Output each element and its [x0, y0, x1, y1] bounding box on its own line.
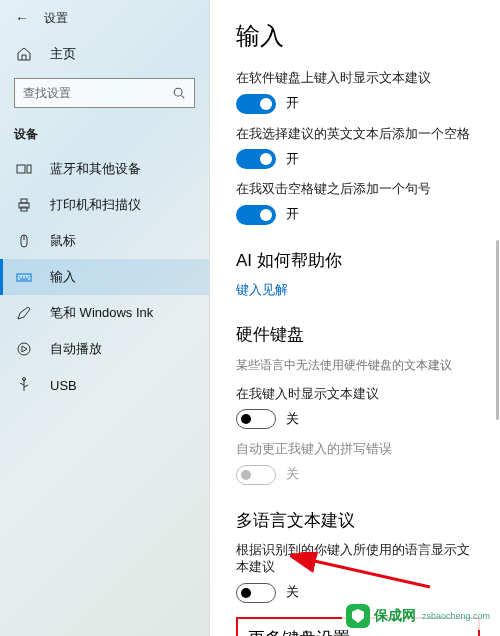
home-icon [14, 44, 34, 64]
sidebar-item-usb[interactable]: USB [0, 367, 209, 403]
search-placeholder: 查找设置 [23, 85, 172, 102]
toggle-multilingual[interactable] [236, 583, 276, 603]
sidebar-item-label: 蓝牙和其他设备 [50, 160, 141, 178]
main-content: 输入 在软件键盘上键入时显示文本建议 开 在我选择建议的英文文本后添加一个空格 … [210, 0, 500, 636]
sidebar-section-devices: 设备 [0, 120, 209, 151]
svg-rect-3 [27, 165, 31, 173]
sidebar-item-printers[interactable]: 打印机和扫描仪 [0, 187, 209, 223]
option-label: 在我双击空格键之后添加一个句号 [236, 181, 480, 199]
search-icon [172, 86, 186, 100]
scrollbar[interactable] [495, 0, 500, 636]
svg-point-15 [18, 343, 30, 355]
sidebar-home[interactable]: 主页 [0, 36, 209, 72]
autoplay-icon [14, 339, 34, 359]
sidebar-item-label: 自动播放 [50, 340, 102, 358]
watermark-logo-icon [346, 604, 370, 628]
section-ai-heading: AI 如何帮助你 [236, 249, 480, 272]
toggle-state: 关 [286, 411, 299, 428]
sidebar-item-bluetooth[interactable]: 蓝牙和其他设备 [0, 151, 209, 187]
toggle-state: 关 [286, 466, 299, 483]
back-arrow-icon[interactable]: ← [14, 10, 30, 26]
window-title: 设置 [44, 10, 68, 27]
settings-sidebar: ← 设置 主页 查找设置 设备 蓝牙和其他设备 [0, 0, 210, 636]
toggle-add-space[interactable] [236, 149, 276, 169]
toggle-state: 关 [286, 584, 299, 601]
page-title: 输入 [236, 20, 480, 52]
scroll-thumb[interactable] [496, 240, 499, 420]
typing-insights-link[interactable]: 键入见解 [236, 282, 480, 299]
svg-rect-2 [17, 165, 25, 173]
watermark-name: 保成网 [374, 607, 416, 625]
option-label: 自动更正我键入的拼写错误 [236, 441, 480, 459]
usb-icon [14, 375, 34, 395]
toggle-hw-suggestions[interactable] [236, 409, 276, 429]
sidebar-item-pen[interactable]: 笔和 Windows Ink [0, 295, 209, 331]
option-label: 在软件键盘上键入时显示文本建议 [236, 70, 480, 88]
sidebar-item-label: USB [50, 378, 77, 393]
sidebar-item-label: 鼠标 [50, 232, 76, 250]
option-label: 根据识别到的你键入所使用的语言显示文本建议 [236, 542, 480, 577]
svg-rect-5 [21, 199, 27, 203]
printer-icon [14, 195, 34, 215]
toggle-state: 开 [286, 95, 299, 112]
svg-line-1 [182, 96, 185, 99]
keyboard-icon [14, 267, 34, 287]
section-multi-heading: 多语言文本建议 [236, 509, 480, 532]
section-hw-heading: 硬件键盘 [236, 323, 480, 346]
watermark-url: zsbaocheng.com [422, 611, 490, 621]
toggle-hw-autocorrect [236, 465, 276, 485]
svg-point-0 [174, 88, 182, 96]
sidebar-item-mouse[interactable]: 鼠标 [0, 223, 209, 259]
pen-icon [14, 303, 34, 323]
search-input[interactable]: 查找设置 [14, 78, 195, 108]
sidebar-item-autoplay[interactable]: 自动播放 [0, 331, 209, 367]
sidebar-item-label: 笔和 Windows Ink [50, 304, 153, 322]
option-label: 在我键入时显示文本建议 [236, 386, 480, 404]
toggle-show-suggestions-soft-kb[interactable] [236, 94, 276, 114]
hw-desc: 某些语言中无法使用硬件键盘的文本建议 [236, 356, 480, 374]
sidebar-item-label: 打印机和扫描仪 [50, 196, 141, 214]
toggle-state: 开 [286, 206, 299, 223]
toggle-state: 开 [286, 151, 299, 168]
watermark: 保成网 zsbaocheng.com [342, 602, 494, 630]
sidebar-item-typing[interactable]: 输入 [0, 259, 209, 295]
toggle-add-period[interactable] [236, 205, 276, 225]
title-bar: ← 设置 [0, 0, 209, 36]
mouse-icon [14, 231, 34, 251]
option-label: 在我选择建议的英文文本后添加一个空格 [236, 126, 480, 144]
sidebar-home-label: 主页 [50, 45, 76, 63]
sidebar-item-label: 输入 [50, 268, 76, 286]
bluetooth-icon [14, 159, 34, 179]
